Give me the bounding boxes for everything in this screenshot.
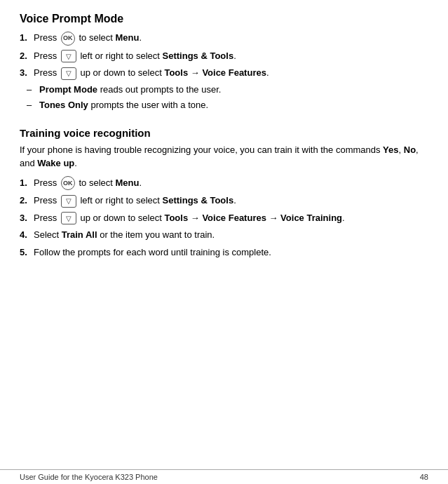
step-body: Press ▽ up or down to select Tools → Voi… [34, 66, 269, 80]
section-title-training: Training voice recognition [20, 127, 428, 139]
step-2-vpm: 2. Press ▽ left or right to select Setti… [20, 49, 428, 63]
step-3-tr: 3. Press ▽ up or down to select Tools → … [20, 211, 428, 225]
step-3-vpm: 3. Press ▽ up or down to select Tools → … [20, 66, 428, 114]
step-1-vpm: 1. Press OK to select Menu. [20, 31, 428, 46]
steps-voice-prompt: 1. Press OK to select Menu. 2. Press ▽ l… [20, 31, 428, 114]
step-num: 2. [20, 194, 32, 208]
step-num: 3. [20, 211, 32, 225]
step-body: Press OK to select Menu. [34, 31, 428, 46]
sub-item-tones-only: – Tones Only prompts the user with a ton… [27, 98, 221, 112]
step-5-tr: 5. Follow the prompts for each word unti… [20, 246, 428, 260]
step-4-tr: 4. Select Train All or the item you want… [20, 228, 428, 242]
step-body: Select Train All or the item you want to… [34, 228, 428, 242]
nav-icon: ▽ [61, 50, 76, 62]
steps-training: 1. Press OK to select Menu. 2. Press ▽ l… [20, 176, 428, 260]
step-num: 1. [20, 176, 32, 190]
ok-icon: OK [61, 32, 75, 46]
step-body: Press ▽ left or right to select Settings… [34, 49, 428, 63]
section-title-voice-prompt: Voice Prompt Mode [20, 13, 428, 25]
page-content: Voice Prompt Mode 1. Press OK to select … [0, 0, 448, 283]
step-body: Press OK to select Menu. [34, 176, 428, 191]
nav-icon: ▽ [61, 212, 76, 224]
footer-left: User Guide for the Kyocera K323 Phone [20, 473, 158, 481]
nav-icon: ▽ [61, 67, 76, 80]
footer: User Guide for the Kyocera K323 Phone 48 [0, 469, 448, 484]
nav-icon: ▽ [61, 195, 76, 208]
ok-icon: OK [61, 176, 75, 190]
step-num: 2. [20, 49, 32, 63]
step-body: Follow the prompts for each word until t… [34, 246, 428, 260]
step-num: 3. [20, 66, 32, 80]
step-body: Press ▽ up or down to select Tools → Voi… [34, 211, 428, 225]
sub-item-prompt-mode: – Prompt Mode reads out prompts to the u… [27, 83, 221, 97]
step-2-tr: 2. Press ▽ left or right to select Setti… [20, 194, 428, 208]
sub-list-vpm: – Prompt Mode reads out prompts to the u… [27, 83, 221, 114]
step-num: 4. [20, 228, 32, 242]
step-1-tr: 1. Press OK to select Menu. [20, 176, 428, 191]
step-num: 1. [20, 31, 32, 45]
footer-right: 48 [420, 473, 428, 481]
step-body: Press ▽ left or right to select Settings… [34, 194, 428, 208]
intro-text-training: If your phone is having trouble recogniz… [20, 143, 428, 170]
step-num: 5. [20, 246, 32, 260]
